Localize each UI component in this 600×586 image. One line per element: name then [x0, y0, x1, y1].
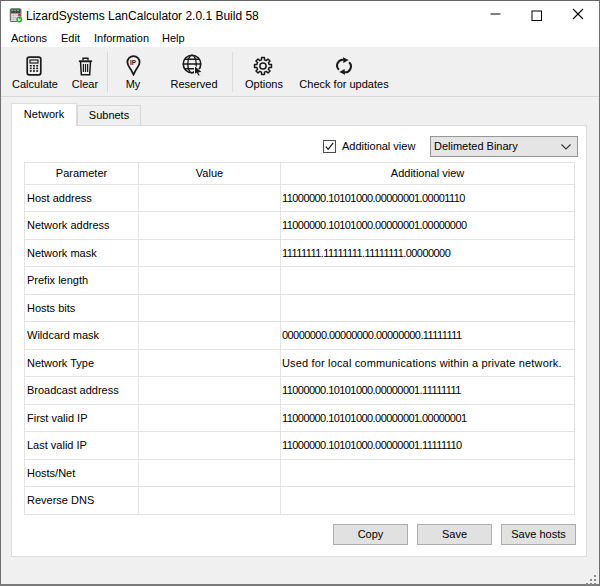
svg-text:IP: IP	[129, 59, 136, 66]
